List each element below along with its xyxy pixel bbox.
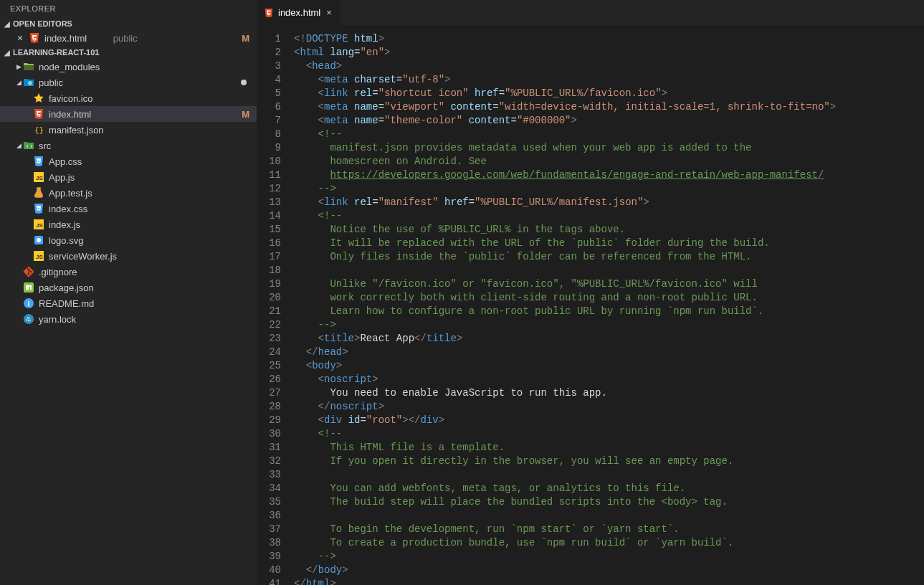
file-item[interactable]: JSApp.js bbox=[0, 169, 257, 185]
file-item[interactable]: iREADME.md bbox=[0, 295, 257, 311]
tab-bar: index.html × bbox=[257, 0, 924, 25]
folder-item[interactable]: ◢src bbox=[0, 138, 257, 153]
file-item[interactable]: App.css bbox=[0, 153, 257, 169]
item-label: manifest.json bbox=[49, 125, 149, 135]
code-editor[interactable]: 1234567891011121314151617181920212223242… bbox=[257, 25, 924, 585]
svg-point-13 bbox=[24, 314, 34, 324]
svg-text:{}: {} bbox=[34, 125, 44, 135]
item-label: logo.svg bbox=[49, 235, 149, 246]
file-item[interactable]: .gitignore bbox=[0, 264, 257, 280]
item-label: yarn.lock bbox=[39, 314, 144, 325]
npm-icon bbox=[23, 282, 34, 293]
svg-text:JS: JS bbox=[36, 254, 43, 260]
project-label: LEARNING-REACT-101 bbox=[13, 48, 99, 57]
file-item[interactable]: {}manifest.json bbox=[0, 122, 257, 138]
folder-src-icon bbox=[23, 140, 34, 151]
file-item[interactable]: favicon.ico bbox=[0, 90, 257, 106]
item-label: App.js bbox=[49, 172, 149, 183]
git-icon bbox=[23, 266, 34, 277]
json-icon: {} bbox=[33, 124, 44, 135]
close-icon[interactable]: × bbox=[14, 32, 26, 44]
js-icon: JS bbox=[33, 250, 44, 262]
yarn-icon bbox=[23, 313, 34, 325]
html-icon bbox=[264, 8, 274, 18]
chevron-down-icon: ◢ bbox=[3, 20, 11, 28]
item-label: package.json bbox=[39, 282, 144, 293]
open-editors-label: OPEN EDITORS bbox=[13, 19, 72, 28]
file-item[interactable]: App.test.js bbox=[0, 185, 257, 201]
file-name: index.html bbox=[44, 33, 109, 44]
folder-public-icon bbox=[23, 77, 34, 88]
star-icon bbox=[33, 92, 44, 104]
close-icon[interactable]: × bbox=[325, 7, 333, 18]
tab-index-html[interactable]: index.html × bbox=[257, 0, 341, 25]
open-editors-list: × index.html public M bbox=[0, 30, 257, 46]
file-item[interactable]: logo.svg bbox=[0, 232, 257, 248]
svg-text:JS: JS bbox=[36, 175, 43, 181]
file-item[interactable]: index.htmlM bbox=[0, 106, 257, 122]
item-label: index.html bbox=[49, 109, 146, 120]
css-icon bbox=[33, 203, 44, 214]
html-icon bbox=[29, 32, 40, 44]
code-content[interactable]: <!DOCTYPE html><html lang="en"> <head> <… bbox=[294, 25, 836, 585]
explorer-sidebar: EXPLORER ◢ OPEN EDITORS × index.html pub… bbox=[0, 0, 257, 585]
open-editors-header[interactable]: ◢ OPEN EDITORS bbox=[0, 17, 257, 30]
project-header[interactable]: ◢ LEARNING-REACT-101 bbox=[0, 46, 257, 59]
svg-point-7 bbox=[37, 238, 41, 242]
folder-item[interactable]: ◢public bbox=[0, 75, 257, 90]
file-item[interactable]: package.json bbox=[0, 280, 257, 295]
file-item[interactable]: JSserviceWorker.js bbox=[0, 248, 257, 264]
item-label: App.css bbox=[49, 156, 149, 167]
item-label: src bbox=[39, 141, 144, 151]
file-item[interactable]: yarn.lock bbox=[0, 311, 257, 327]
explorer-title: EXPLORER bbox=[0, 0, 257, 17]
file-item[interactable]: JSindex.js bbox=[0, 217, 257, 232]
file-tree: ▶node_modules◢publicfavicon.icoindex.htm… bbox=[0, 59, 257, 327]
folder-node-icon bbox=[23, 61, 34, 72]
modified-badge: M bbox=[242, 33, 249, 44]
item-label: public bbox=[39, 77, 140, 88]
modified-badge: M bbox=[242, 109, 249, 120]
item-label: favicon.ico bbox=[49, 93, 149, 104]
css-icon bbox=[33, 156, 44, 167]
info-icon: i bbox=[23, 298, 34, 309]
item-label: README.md bbox=[39, 298, 144, 309]
js-icon: JS bbox=[33, 219, 44, 230]
svg-text:i: i bbox=[28, 300, 30, 308]
svg-text:JS: JS bbox=[36, 222, 43, 229]
item-label: App.test.js bbox=[49, 188, 149, 199]
js-icon: JS bbox=[33, 171, 44, 183]
tab-filename: index.html bbox=[278, 7, 320, 18]
item-label: node_modules bbox=[39, 62, 144, 72]
folder-item[interactable]: ▶node_modules bbox=[0, 59, 257, 75]
unsaved-dot bbox=[241, 80, 247, 85]
item-label: .gitignore bbox=[39, 267, 144, 277]
item-label: index.css bbox=[49, 204, 149, 214]
file-item[interactable]: index.css bbox=[0, 201, 257, 217]
item-label: serviceWorker.js bbox=[49, 251, 149, 262]
chevron-down-icon: ◢ bbox=[3, 49, 11, 57]
line-numbers: 1234567891011121314151617181920212223242… bbox=[257, 25, 294, 585]
test-icon bbox=[33, 187, 44, 199]
item-label: index.js bbox=[49, 219, 149, 230]
svg-icon bbox=[33, 234, 44, 246]
file-path: public bbox=[113, 33, 178, 44]
open-editor-item[interactable]: × index.html public M bbox=[0, 30, 257, 46]
html-icon bbox=[33, 108, 44, 120]
editor-area: index.html × 123456789101112131415161718… bbox=[257, 0, 924, 585]
